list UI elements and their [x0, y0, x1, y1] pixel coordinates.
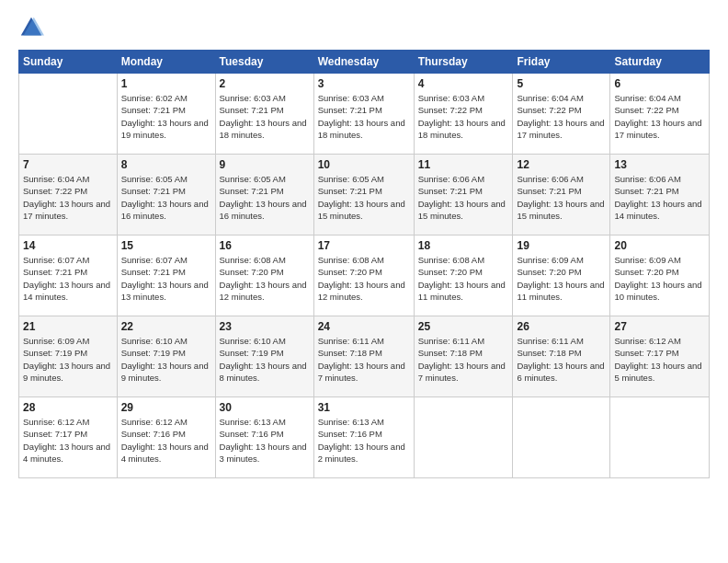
calendar-cell	[414, 397, 513, 478]
day-of-week-header: Tuesday	[215, 51, 313, 74]
calendar-cell: 24Sunrise: 6:11 AMSunset: 7:18 PMDayligh…	[313, 316, 414, 397]
day-info: Sunrise: 6:03 AMSunset: 7:21 PMDaylight:…	[220, 92, 310, 141]
calendar-cell: 30Sunrise: 6:13 AMSunset: 7:16 PMDayligh…	[215, 397, 313, 478]
calendar-week-row: 14Sunrise: 6:07 AMSunset: 7:21 PMDayligh…	[19, 236, 710, 316]
day-of-week-header: Friday	[513, 51, 610, 74]
calendar-cell: 6Sunrise: 6:04 AMSunset: 7:22 PMDaylight…	[610, 74, 710, 155]
calendar-cell: 3Sunrise: 6:03 AMSunset: 7:21 PMDaylight…	[313, 74, 414, 155]
day-of-week-header: Saturday	[610, 51, 710, 74]
calendar-cell: 17Sunrise: 6:08 AMSunset: 7:20 PMDayligh…	[313, 236, 414, 316]
calendar-cell: 26Sunrise: 6:11 AMSunset: 7:18 PMDayligh…	[513, 316, 610, 397]
day-number: 22	[121, 320, 211, 333]
calendar-cell: 5Sunrise: 6:04 AMSunset: 7:22 PMDaylight…	[513, 74, 610, 155]
day-number: 11	[418, 158, 509, 171]
day-info: Sunrise: 6:04 AMSunset: 7:22 PMDaylight:…	[23, 173, 113, 222]
calendar-cell: 22Sunrise: 6:10 AMSunset: 7:19 PMDayligh…	[117, 316, 215, 397]
day-number: 2	[220, 77, 310, 90]
day-number: 26	[517, 320, 606, 333]
day-number: 20	[614, 239, 705, 252]
day-info: Sunrise: 6:06 AMSunset: 7:21 PMDaylight:…	[614, 173, 705, 222]
day-number: 25	[418, 320, 509, 333]
day-info: Sunrise: 6:07 AMSunset: 7:21 PMDaylight:…	[121, 254, 211, 303]
day-info: Sunrise: 6:05 AMSunset: 7:21 PMDaylight:…	[121, 173, 211, 222]
day-of-week-header: Monday	[117, 51, 215, 74]
logo-icon	[18, 15, 44, 40]
day-number: 29	[121, 401, 211, 414]
calendar-cell: 18Sunrise: 6:08 AMSunset: 7:20 PMDayligh…	[414, 236, 513, 316]
calendar-cell: 8Sunrise: 6:05 AMSunset: 7:21 PMDaylight…	[117, 155, 215, 236]
calendar-cell: 31Sunrise: 6:13 AMSunset: 7:16 PMDayligh…	[313, 397, 414, 478]
day-number: 9	[220, 158, 310, 171]
day-info: Sunrise: 6:05 AMSunset: 7:21 PMDaylight:…	[318, 173, 410, 222]
calendar-cell: 19Sunrise: 6:09 AMSunset: 7:20 PMDayligh…	[513, 236, 610, 316]
calendar-week-row: 7Sunrise: 6:04 AMSunset: 7:22 PMDaylight…	[19, 155, 710, 236]
day-number: 7	[23, 158, 113, 171]
day-number: 13	[614, 158, 705, 171]
day-number: 18	[418, 239, 509, 252]
day-info: Sunrise: 6:03 AMSunset: 7:22 PMDaylight:…	[418, 92, 509, 141]
day-info: Sunrise: 6:08 AMSunset: 7:20 PMDaylight:…	[220, 254, 310, 303]
day-number: 5	[517, 77, 606, 90]
day-info: Sunrise: 6:10 AMSunset: 7:19 PMDaylight:…	[121, 335, 211, 384]
day-info: Sunrise: 6:04 AMSunset: 7:22 PMDaylight:…	[517, 92, 606, 141]
day-info: Sunrise: 6:06 AMSunset: 7:21 PMDaylight:…	[517, 173, 606, 222]
day-number: 30	[220, 401, 310, 414]
day-number: 27	[614, 320, 705, 333]
day-number: 6	[614, 77, 705, 90]
calendar-cell: 10Sunrise: 6:05 AMSunset: 7:21 PMDayligh…	[313, 155, 414, 236]
calendar-cell	[610, 397, 710, 478]
day-info: Sunrise: 6:11 AMSunset: 7:18 PMDaylight:…	[418, 335, 509, 384]
day-number: 23	[220, 320, 310, 333]
calendar-cell: 27Sunrise: 6:12 AMSunset: 7:17 PMDayligh…	[610, 316, 710, 397]
day-info: Sunrise: 6:12 AMSunset: 7:17 PMDaylight:…	[614, 335, 705, 384]
day-number: 1	[121, 77, 211, 90]
day-info: Sunrise: 6:11 AMSunset: 7:18 PMDaylight:…	[517, 335, 606, 384]
calendar-cell: 4Sunrise: 6:03 AMSunset: 7:22 PMDaylight…	[414, 74, 513, 155]
day-number: 17	[318, 239, 410, 252]
day-number: 31	[318, 401, 410, 414]
day-info: Sunrise: 6:09 AMSunset: 7:20 PMDaylight:…	[614, 254, 705, 303]
calendar-cell: 12Sunrise: 6:06 AMSunset: 7:21 PMDayligh…	[513, 155, 610, 236]
day-info: Sunrise: 6:12 AMSunset: 7:17 PMDaylight:…	[23, 416, 113, 465]
day-of-week-header: Thursday	[414, 51, 513, 74]
day-number: 4	[418, 77, 509, 90]
calendar-cell: 14Sunrise: 6:07 AMSunset: 7:21 PMDayligh…	[19, 236, 118, 316]
day-number: 21	[23, 320, 113, 333]
calendar-cell: 23Sunrise: 6:10 AMSunset: 7:19 PMDayligh…	[215, 316, 313, 397]
day-number: 28	[23, 401, 113, 414]
day-info: Sunrise: 6:07 AMSunset: 7:21 PMDaylight:…	[23, 254, 113, 303]
day-number: 8	[121, 158, 211, 171]
day-number: 12	[517, 158, 606, 171]
day-of-week-header: Wednesday	[313, 51, 414, 74]
calendar-cell: 7Sunrise: 6:04 AMSunset: 7:22 PMDaylight…	[19, 155, 118, 236]
calendar-week-row: 28Sunrise: 6:12 AMSunset: 7:17 PMDayligh…	[19, 397, 710, 478]
day-number: 10	[318, 158, 410, 171]
logo	[18, 15, 48, 40]
day-info: Sunrise: 6:13 AMSunset: 7:16 PMDaylight:…	[220, 416, 310, 465]
day-info: Sunrise: 6:09 AMSunset: 7:20 PMDaylight:…	[517, 254, 606, 303]
calendar-cell: 25Sunrise: 6:11 AMSunset: 7:18 PMDayligh…	[414, 316, 513, 397]
calendar-cell: 16Sunrise: 6:08 AMSunset: 7:20 PMDayligh…	[215, 236, 313, 316]
day-info: Sunrise: 6:04 AMSunset: 7:22 PMDaylight:…	[614, 92, 705, 141]
day-info: Sunrise: 6:09 AMSunset: 7:19 PMDaylight:…	[23, 335, 113, 384]
day-number: 16	[220, 239, 310, 252]
calendar-week-row: 1Sunrise: 6:02 AMSunset: 7:21 PMDaylight…	[19, 74, 710, 155]
day-info: Sunrise: 6:06 AMSunset: 7:21 PMDaylight:…	[418, 173, 509, 222]
calendar-cell: 1Sunrise: 6:02 AMSunset: 7:21 PMDaylight…	[117, 74, 215, 155]
calendar-cell: 2Sunrise: 6:03 AMSunset: 7:21 PMDaylight…	[215, 74, 313, 155]
day-number: 3	[318, 77, 410, 90]
day-number: 19	[517, 239, 606, 252]
calendar-cell: 15Sunrise: 6:07 AMSunset: 7:21 PMDayligh…	[117, 236, 215, 316]
day-info: Sunrise: 6:02 AMSunset: 7:21 PMDaylight:…	[121, 92, 211, 141]
calendar-week-row: 21Sunrise: 6:09 AMSunset: 7:19 PMDayligh…	[19, 316, 710, 397]
calendar-cell: 11Sunrise: 6:06 AMSunset: 7:21 PMDayligh…	[414, 155, 513, 236]
calendar-cell: 13Sunrise: 6:06 AMSunset: 7:21 PMDayligh…	[610, 155, 710, 236]
calendar-cell: 29Sunrise: 6:12 AMSunset: 7:16 PMDayligh…	[117, 397, 215, 478]
calendar-header-row: SundayMondayTuesdayWednesdayThursdayFrid…	[19, 51, 710, 74]
calendar-cell	[19, 74, 118, 155]
calendar-table: SundayMondayTuesdayWednesdayThursdayFrid…	[18, 50, 710, 478]
calendar-cell: 9Sunrise: 6:05 AMSunset: 7:21 PMDaylight…	[215, 155, 313, 236]
day-info: Sunrise: 6:03 AMSunset: 7:21 PMDaylight:…	[318, 92, 410, 141]
day-info: Sunrise: 6:13 AMSunset: 7:16 PMDaylight:…	[318, 416, 410, 465]
day-info: Sunrise: 6:05 AMSunset: 7:21 PMDaylight:…	[220, 173, 310, 222]
